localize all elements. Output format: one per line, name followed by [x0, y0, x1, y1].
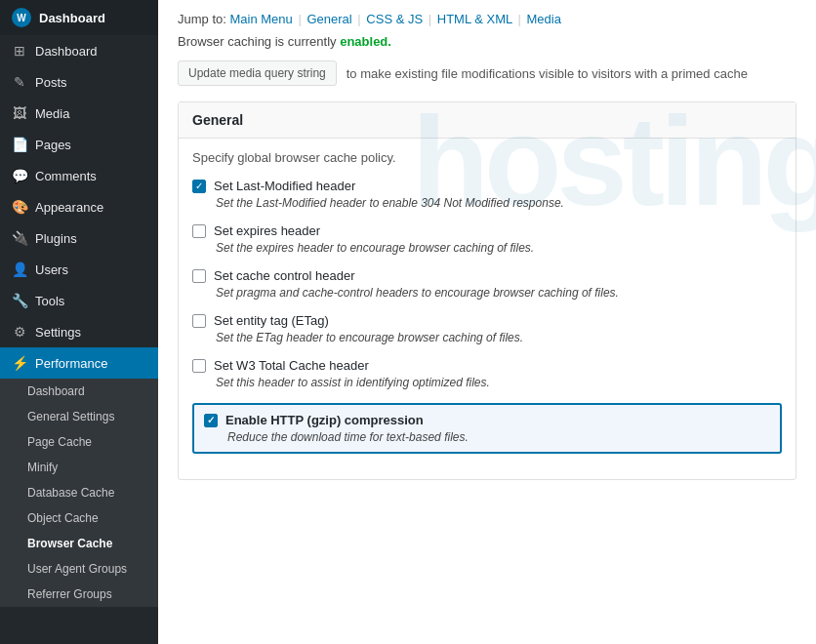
submenu-referrer-groups[interactable]: Referrer Groups: [0, 582, 158, 607]
jump-css-js[interactable]: CSS & JS: [366, 12, 423, 26]
sidebar-item-comments[interactable]: 💬 Comments: [0, 160, 158, 191]
option-text-etag: Set entity tag (ETag): [214, 313, 329, 328]
tools-icon: 🔧: [12, 293, 27, 308]
sidebar-item-dashboard[interactable]: ⊞ Dashboard: [0, 35, 158, 66]
option-desc-last-modified: Set the Last-Modified header to enable 3…: [216, 196, 782, 210]
sidebar-item-label: Posts: [35, 75, 67, 90]
sidebar-logo-label: Dashboard: [39, 11, 105, 25]
sidebar-item-performance[interactable]: ⚡ Performance: [0, 347, 158, 379]
checkbox-w3[interactable]: [192, 359, 206, 373]
status-value: enabled.: [340, 34, 391, 49]
option-label-gzip: Enable HTTP (gzip) compression: [204, 413, 770, 427]
appearance-icon: 🎨: [12, 199, 27, 215]
sidebar-item-label: Settings: [35, 325, 81, 340]
sidebar-item-label: Tools: [35, 294, 64, 308]
option-label-last-modified: Set Last-Modified header: [192, 179, 782, 193]
option-expires-header: Set expires header Set the expires heade…: [192, 223, 782, 255]
general-section: General Specify global browser cache pol…: [178, 101, 796, 480]
plugins-icon: 🔌: [12, 230, 27, 246]
section-body: Specify global browser cache policy. Set…: [179, 139, 796, 479]
sidebar-item-media[interactable]: 🖼 Media: [0, 98, 158, 129]
checkbox-gzip[interactable]: [204, 414, 218, 427]
sidebar-item-label: Appearance: [35, 200, 103, 215]
submenu-database-cache[interactable]: Database Cache: [0, 480, 158, 505]
performance-submenu: Dashboard General Settings Page Cache Mi…: [0, 379, 158, 607]
posts-icon: ✎: [12, 74, 27, 90]
sidebar-item-label: Pages: [35, 138, 71, 152]
sidebar-item-label: Dashboard: [35, 44, 98, 59]
submenu-object-cache[interactable]: Object Cache: [0, 505, 158, 531]
option-text-last-modified: Set Last-Modified header: [214, 179, 355, 193]
main-content: hosting Jump to: Main Menu | General | C…: [158, 0, 816, 644]
option-gzip: Enable HTTP (gzip) compression Reduce th…: [192, 403, 782, 454]
performance-icon: ⚡: [12, 355, 27, 371]
status-bar: Browser caching is currently enabled.: [178, 34, 796, 49]
sidebar-item-label: Users: [35, 262, 68, 277]
option-label-etag: Set entity tag (ETag): [192, 313, 782, 328]
option-desc-cache-control: Set pragma and cache-control headers to …: [216, 286, 782, 300]
option-text-expires: Set expires header: [214, 223, 320, 238]
option-desc-gzip: Reduce the download time for text-based …: [227, 430, 770, 444]
option-label-w3: Set W3 Total Cache header: [192, 358, 782, 373]
checkbox-last-modified[interactable]: [192, 180, 206, 193]
sep4: |: [517, 12, 520, 26]
jump-html-xml[interactable]: HTML & XML: [437, 12, 512, 26]
checkbox-expires[interactable]: [192, 224, 206, 238]
sep3: |: [428, 12, 431, 26]
sidebar-item-tools[interactable]: 🔧 Tools: [0, 285, 158, 316]
option-text-cache-control: Set cache control header: [214, 268, 355, 283]
option-text-w3: Set W3 Total Cache header: [214, 358, 369, 373]
settings-icon: ⚙: [12, 324, 27, 340]
option-desc-expires: Set the expires header to encourage brow…: [216, 241, 782, 255]
sidebar-item-settings[interactable]: ⚙ Settings: [0, 316, 158, 347]
sidebar-item-pages[interactable]: 📄 Pages: [0, 129, 158, 160]
option-last-modified: Set Last-Modified header Set the Last-Mo…: [192, 179, 782, 210]
status-prefix: Browser caching is currently: [178, 34, 340, 49]
comments-icon: 💬: [12, 168, 27, 183]
sidebar-item-label: Plugins: [35, 231, 77, 246]
sep2: |: [357, 12, 360, 26]
users-icon: 👤: [12, 262, 27, 277]
sidebar-item-label: Media: [35, 106, 69, 121]
sidebar-item-users[interactable]: 👤 Users: [0, 254, 158, 285]
option-text-gzip: Enable HTTP (gzip) compression: [225, 413, 424, 427]
submenu-page-cache[interactable]: Page Cache: [0, 429, 158, 455]
checkbox-etag[interactable]: [192, 314, 206, 328]
option-etag: Set entity tag (ETag) Set the ETag heade…: [192, 313, 782, 344]
dashboard-icon: ⊞: [12, 43, 27, 59]
sidebar-item-label: Performance: [35, 356, 107, 371]
jump-media[interactable]: Media: [526, 12, 560, 26]
checkbox-cache-control[interactable]: [192, 269, 206, 283]
section-title: General: [179, 102, 796, 139]
section-description: Specify global browser cache policy.: [192, 150, 782, 165]
option-desc-etag: Set the ETag header to encourage browser…: [216, 331, 782, 344]
sidebar-item-posts[interactable]: ✎ Posts: [0, 66, 158, 98]
gzip-highlighted-box: Enable HTTP (gzip) compression Reduce th…: [192, 403, 782, 454]
submenu-dashboard[interactable]: Dashboard: [0, 379, 158, 404]
jump-general[interactable]: General: [306, 12, 351, 26]
update-media-query-button[interactable]: Update media query string: [178, 60, 337, 86]
option-w3-total-cache: Set W3 Total Cache header Set this heade…: [192, 358, 782, 389]
sidebar-item-appearance[interactable]: 🎨 Appearance: [0, 191, 158, 222]
media-icon: 🖼: [12, 105, 27, 121]
option-label-cache-control: Set cache control header: [192, 268, 782, 283]
update-btn-desc: to make existing file modifications visi…: [347, 66, 748, 81]
update-btn-row: Update media query string to make existi…: [178, 60, 796, 86]
sidebar-logo[interactable]: W Dashboard: [0, 0, 158, 35]
submenu-browser-cache[interactable]: Browser Cache: [0, 531, 158, 556]
pages-icon: 📄: [12, 137, 27, 152]
sidebar-item-plugins[interactable]: 🔌 Plugins: [0, 222, 158, 254]
jump-to-label: Jump to:: [178, 12, 226, 26]
sidebar-item-label: Comments: [35, 169, 97, 183]
wp-logo-icon: W: [12, 8, 31, 27]
jump-main-menu[interactable]: Main Menu: [229, 12, 292, 26]
submenu-minify[interactable]: Minify: [0, 455, 158, 480]
option-cache-control: Set cache control header Set pragma and …: [192, 268, 782, 300]
submenu-user-agent-groups[interactable]: User Agent Groups: [0, 556, 158, 582]
jump-to-row: Jump to: Main Menu | General | CSS & JS …: [178, 12, 796, 26]
sep1: |: [298, 12, 301, 26]
option-desc-w3: Set this header to assist in identifying…: [216, 376, 782, 389]
sidebar: W Dashboard ⊞ Dashboard ✎ Posts 🖼 Media …: [0, 0, 158, 644]
submenu-general-settings[interactable]: General Settings: [0, 404, 158, 429]
option-label-expires: Set expires header: [192, 223, 782, 238]
